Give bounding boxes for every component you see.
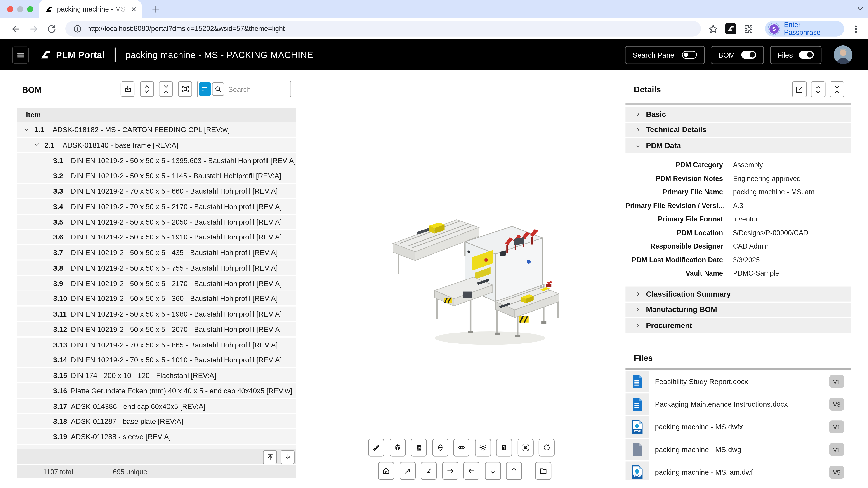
enter-passphrase-button[interactable]: S Enter Passphrase xyxy=(765,21,844,37)
bookmark-star-icon[interactable] xyxy=(708,24,718,34)
bom-row[interactable]: 3.6DIN EN 10219-2 - 50 x 50 x 5 - 1910 -… xyxy=(17,230,296,244)
bom-row[interactable]: 3.9DIN EN 10219-2 - 50 x 50 x 5 - 2170 -… xyxy=(17,276,296,290)
section-label: PDM Data xyxy=(646,141,681,150)
browser-menu-kebab-icon[interactable] xyxy=(851,24,861,34)
avatar[interactable] xyxy=(834,45,852,64)
bom-row[interactable]: 3.2DIN EN 10219-2 - 50 x 50 x 5 - 1145 -… xyxy=(17,168,296,183)
rotate-down-button[interactable] xyxy=(485,462,501,480)
bom-row[interactable]: 3.4DIN EN 10219-2 - 70 x 50 x 5 - 2170 -… xyxy=(17,199,296,214)
reset-view-button[interactable] xyxy=(539,439,555,456)
tab-title: packing machine - MS - PACKING MACHINE xyxy=(57,5,130,13)
bom-item-number: 3.11 xyxy=(53,310,67,318)
bom-row[interactable]: 2.1ADSK-018140 - base frame [REV:A] xyxy=(17,138,296,152)
section-basic[interactable]: Basic xyxy=(625,107,851,122)
pdm-field-value: Assembly xyxy=(733,158,851,172)
scroll-to-bottom-button[interactable] xyxy=(281,450,294,464)
file-row[interactable]: packing machine - MS.dwgV1 xyxy=(625,439,851,460)
bom-row[interactable]: 3.10DIN EN 10219-2 - 50 x 50 x 5 - 360 -… xyxy=(17,291,296,306)
address-bar[interactable]: http://localhost:8080/portal?dmsid=15202… xyxy=(65,21,701,37)
rotate-up-button[interactable] xyxy=(506,462,522,480)
bom-row[interactable]: 3.12DIN EN 10219-2 - 50 x 50 x 5 - 2070 … xyxy=(17,322,296,336)
open-details-external-button[interactable] xyxy=(792,81,807,97)
reload-button[interactable] xyxy=(46,24,57,34)
rotate-up-right-button[interactable] xyxy=(399,462,415,480)
details-title: Details xyxy=(634,85,661,94)
visibility-button[interactable] xyxy=(454,439,469,456)
toggle-button-search-panel[interactable]: Search Panel xyxy=(625,46,705,64)
chevron-down-icon[interactable] xyxy=(23,127,29,133)
model-views-button[interactable] xyxy=(390,439,405,456)
bom-item-number: 1.1 xyxy=(34,126,44,134)
bom-item-text: DIN EN 10219-2 - 50 x 50 x 5 - 2050 - Ba… xyxy=(71,218,282,226)
bom-row[interactable]: 3.18ADSK-011287 - base plate [REV:A] xyxy=(17,414,296,428)
section-technical-details[interactable]: Technical Details xyxy=(625,123,851,137)
new-tab-button[interactable] xyxy=(151,4,161,14)
viewer-3d-model[interactable] xyxy=(382,191,559,357)
section-manufacturing-bom[interactable]: Manufacturing BOM xyxy=(625,302,851,317)
toggle-switch[interactable] xyxy=(741,51,756,59)
bom-row[interactable]: 3.14DIN EN 10219-2 - 70 x 50 x 5 - 1010 … xyxy=(17,353,296,367)
section-classification-summary[interactable]: Classification Summary xyxy=(625,287,851,301)
main-menu-button[interactable] xyxy=(12,46,29,63)
brightness-button[interactable] xyxy=(475,439,491,456)
back-button[interactable] xyxy=(11,24,21,34)
traffic-light-zoom[interactable] xyxy=(27,6,33,12)
traffic-light-close[interactable] xyxy=(7,6,13,12)
single-view-button[interactable] xyxy=(496,439,512,456)
toggle-switch[interactable] xyxy=(799,51,814,59)
bom-row[interactable]: 3.13DIN EN 10219-2 - 70 x 50 x 5 - 865 -… xyxy=(17,337,296,352)
tab-search-icon[interactable] xyxy=(856,4,865,13)
measure-button[interactable] xyxy=(368,439,384,456)
file-row-body: packing machine - MS.dwfxV1 xyxy=(649,416,851,438)
bom-row[interactable]: 3.5DIN EN 10219-2 - 50 x 50 x 5 - 2050 -… xyxy=(17,215,296,229)
extensions-puzzle-icon[interactable] xyxy=(743,24,753,34)
isolate-button[interactable] xyxy=(518,439,533,456)
file-row[interactable]: DWFpacking machine - MS.dwfxV1 xyxy=(625,416,851,438)
browser-tab[interactable]: packing machine - MS - PACKING MACHINE xyxy=(39,0,142,18)
bom-row[interactable]: 1.1ADSK-018182 - MS - CARTON FEEDING CPL… xyxy=(17,122,296,137)
scroll-to-top-button[interactable] xyxy=(263,450,277,464)
rotate-right-button[interactable] xyxy=(442,462,458,480)
bom-item-text: DIN EN 10219-2 - 50 x 50 x 5 - 1145 - Ba… xyxy=(71,172,281,180)
bom-row[interactable]: 3.16Platte Gerundete Ecken (mm) 40 x 40 … xyxy=(17,383,296,398)
bom-item-text: ADSK-011287 - base plate [REV:A] xyxy=(71,417,183,426)
bom-row[interactable]: 3.8DIN EN 10219-2 - 50 x 50 x 5 - 755 - … xyxy=(17,260,296,275)
file-row-body: Packaging Maintenance Instructions.docxV… xyxy=(649,393,851,415)
file-row[interactable]: Feasibility Study Report.docxV1 xyxy=(625,371,851,392)
chevron-right-icon xyxy=(635,322,641,328)
bom-item-number: 3.14 xyxy=(53,356,67,364)
toggle-button-bom[interactable]: BOM xyxy=(711,46,764,64)
bom-row[interactable]: 3.1DIN EN 10219-2 - 50 x 50 x 5 - 1395,6… xyxy=(17,153,296,167)
toggle-button-files[interactable]: Files xyxy=(770,46,822,64)
viewer-files-button[interactable] xyxy=(535,462,551,480)
bom-item-text: DIN EN 10219-2 - 70 x 50 x 5 - 660 - Bau… xyxy=(71,187,278,195)
chevron-down-icon[interactable] xyxy=(34,142,40,148)
bom-row[interactable]: 3.3DIN EN 10219-2 - 70 x 50 x 5 - 660 - … xyxy=(17,184,296,198)
hide-button[interactable] xyxy=(432,439,448,456)
section-pdm-data[interactable]: PDM Data xyxy=(625,138,851,153)
bom-row[interactable]: 3.17ADSK-014386 - end cap 60x40x5 [REV:A… xyxy=(17,398,296,413)
tab-close-icon[interactable] xyxy=(130,5,137,13)
section-procurement[interactable]: Procurement xyxy=(625,318,851,333)
details-expand-all-button[interactable] xyxy=(811,81,826,97)
toggle-switch[interactable] xyxy=(682,51,697,59)
file-version-badge: V1 xyxy=(829,443,844,456)
section-label: Manufacturing BOM xyxy=(646,305,717,314)
autodesk-extension-icon[interactable] xyxy=(725,23,736,34)
file-row[interactable]: Packaging Maintenance Instructions.docxV… xyxy=(625,393,851,415)
bom-row[interactable]: 3.15DIN 174 - 200 x 10 - 120 - Flachstah… xyxy=(17,368,296,383)
collapse-all-icon xyxy=(833,85,841,94)
bom-row[interactable]: 3.19ADSK-011288 - sleeve [REV:A] xyxy=(17,429,296,444)
traffic-light-minimize[interactable] xyxy=(17,6,23,12)
pdm-field-value: PDMC-Sample xyxy=(733,267,851,280)
details-collapse-all-button[interactable] xyxy=(830,81,844,97)
rotate-down-left-button[interactable] xyxy=(421,462,437,480)
site-info-icon[interactable] xyxy=(73,24,82,33)
bom-row[interactable]: 3.11DIN EN 10219-2 - 50 x 50 x 5 - 1980 … xyxy=(17,306,296,321)
bom-item-text: ADSK-014386 - end cap 60x40x5 [REV:A] xyxy=(71,402,205,410)
bom-row[interactable]: 3.7DIN EN 10219-2 - 50 x 50 x 5 - 435 - … xyxy=(17,245,296,260)
file-row[interactable]: DWFpacking machine - MS.iam.dwfV5 xyxy=(625,461,851,480)
home-view-button[interactable] xyxy=(378,462,394,480)
fullscreen-button[interactable] xyxy=(411,439,427,456)
rotate-left-button[interactable] xyxy=(463,462,479,480)
